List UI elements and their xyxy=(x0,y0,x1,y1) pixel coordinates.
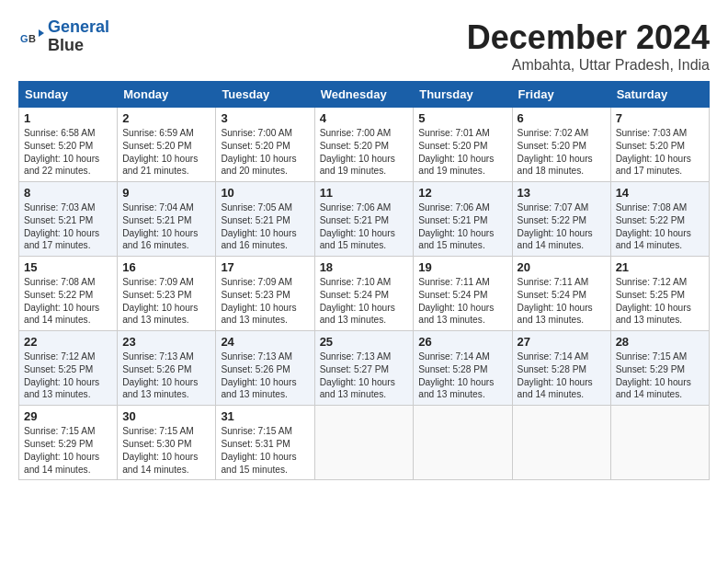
day-number: 3 xyxy=(221,111,309,125)
day-info: Sunrise: 7:09 AMSunset: 5:23 PMDaylight:… xyxy=(122,276,210,327)
day-info: Sunrise: 7:15 AMSunset: 5:30 PMDaylight:… xyxy=(122,425,210,476)
day-number: 4 xyxy=(320,111,409,125)
day-number: 26 xyxy=(418,335,506,349)
day-info: Sunrise: 7:10 AMSunset: 5:24 PMDaylight:… xyxy=(320,276,409,327)
weekday-header-monday: Monday xyxy=(118,82,216,108)
day-info: Sunrise: 7:01 AMSunset: 5:20 PMDaylight:… xyxy=(418,127,506,178)
calendar-cell: 14Sunrise: 7:08 AMSunset: 5:22 PMDayligh… xyxy=(610,182,709,257)
day-number: 17 xyxy=(221,260,309,274)
day-number: 30 xyxy=(122,409,210,423)
calendar-cell: 30Sunrise: 7:15 AMSunset: 5:30 PMDayligh… xyxy=(118,406,216,480)
calendar-cell: 21Sunrise: 7:12 AMSunset: 5:25 PMDayligh… xyxy=(610,257,709,331)
day-info: Sunrise: 7:11 AMSunset: 5:24 PMDaylight:… xyxy=(418,276,506,327)
weekday-header-sunday: Sunday xyxy=(19,82,118,108)
day-info: Sunrise: 7:15 AMSunset: 5:29 PMDaylight:… xyxy=(616,350,704,401)
day-info: Sunrise: 6:58 AMSunset: 5:20 PMDaylight:… xyxy=(24,127,112,178)
day-info: Sunrise: 7:09 AMSunset: 5:23 PMDaylight:… xyxy=(221,276,309,327)
calendar-cell: 2Sunrise: 6:59 AMSunset: 5:20 PMDaylight… xyxy=(118,108,216,182)
day-number: 9 xyxy=(122,186,210,200)
day-info: Sunrise: 7:11 AMSunset: 5:24 PMDaylight:… xyxy=(518,276,606,327)
logo: G B General Blue xyxy=(18,18,109,55)
svg-text:B: B xyxy=(28,33,36,44)
day-number: 29 xyxy=(24,409,112,423)
day-number: 27 xyxy=(518,335,606,349)
svg-text:G: G xyxy=(20,33,28,44)
calendar-week-1: 1Sunrise: 6:58 AMSunset: 5:20 PMDaylight… xyxy=(19,108,710,182)
day-info: Sunrise: 7:13 AMSunset: 5:26 PMDaylight:… xyxy=(221,350,309,401)
calendar-week-2: 8Sunrise: 7:03 AMSunset: 5:21 PMDaylight… xyxy=(19,182,710,257)
calendar-cell: 17Sunrise: 7:09 AMSunset: 5:23 PMDayligh… xyxy=(216,257,314,331)
month-title: December 2024 xyxy=(467,18,710,57)
weekday-header-tuesday: Tuesday xyxy=(216,82,314,108)
calendar-cell: 11Sunrise: 7:06 AMSunset: 5:21 PMDayligh… xyxy=(314,182,414,257)
calendar-cell: 6Sunrise: 7:02 AMSunset: 5:20 PMDaylight… xyxy=(512,108,610,182)
calendar-cell: 24Sunrise: 7:13 AMSunset: 5:26 PMDayligh… xyxy=(216,331,314,406)
day-number: 23 xyxy=(122,335,210,349)
day-info: Sunrise: 7:04 AMSunset: 5:21 PMDaylight:… xyxy=(122,201,210,252)
calendar-cell: 20Sunrise: 7:11 AMSunset: 5:24 PMDayligh… xyxy=(512,257,610,331)
calendar-cell: 12Sunrise: 7:06 AMSunset: 5:21 PMDayligh… xyxy=(414,182,512,257)
calendar-table: SundayMondayTuesdayWednesdayThursdayFrid… xyxy=(18,81,710,480)
day-info: Sunrise: 7:15 AMSunset: 5:29 PMDaylight:… xyxy=(24,425,112,476)
weekday-header-saturday: Saturday xyxy=(610,82,709,108)
calendar-cell: 29Sunrise: 7:15 AMSunset: 5:29 PMDayligh… xyxy=(19,406,118,480)
day-info: Sunrise: 7:08 AMSunset: 5:22 PMDaylight:… xyxy=(24,276,112,327)
day-number: 11 xyxy=(320,186,409,200)
page-header: G B General Blue December 2024 Ambahta, … xyxy=(18,18,710,74)
day-info: Sunrise: 7:00 AMSunset: 5:20 PMDaylight:… xyxy=(320,127,409,178)
day-number: 8 xyxy=(24,186,112,200)
calendar-cell: 19Sunrise: 7:11 AMSunset: 5:24 PMDayligh… xyxy=(414,257,512,331)
calendar-cell: 8Sunrise: 7:03 AMSunset: 5:21 PMDaylight… xyxy=(19,182,118,257)
svg-marker-2 xyxy=(39,29,44,37)
day-number: 2 xyxy=(122,111,210,125)
calendar-cell: 28Sunrise: 7:15 AMSunset: 5:29 PMDayligh… xyxy=(610,331,709,406)
calendar-cell xyxy=(314,406,414,480)
calendar-cell: 4Sunrise: 7:00 AMSunset: 5:20 PMDaylight… xyxy=(314,108,414,182)
day-info: Sunrise: 7:08 AMSunset: 5:22 PMDaylight:… xyxy=(616,201,704,252)
calendar-cell: 13Sunrise: 7:07 AMSunset: 5:22 PMDayligh… xyxy=(512,182,610,257)
logo-icon: G B xyxy=(18,24,44,50)
day-info: Sunrise: 7:03 AMSunset: 5:20 PMDaylight:… xyxy=(616,127,704,178)
day-number: 24 xyxy=(221,335,309,349)
day-number: 10 xyxy=(221,186,309,200)
calendar-cell: 15Sunrise: 7:08 AMSunset: 5:22 PMDayligh… xyxy=(19,257,118,331)
calendar-week-4: 22Sunrise: 7:12 AMSunset: 5:25 PMDayligh… xyxy=(19,331,710,406)
weekday-header-row: SundayMondayTuesdayWednesdayThursdayFrid… xyxy=(19,82,710,108)
calendar-cell: 7Sunrise: 7:03 AMSunset: 5:20 PMDaylight… xyxy=(610,108,709,182)
day-number: 16 xyxy=(122,260,210,274)
calendar-cell: 25Sunrise: 7:13 AMSunset: 5:27 PMDayligh… xyxy=(314,331,414,406)
day-number: 1 xyxy=(24,111,112,125)
day-number: 19 xyxy=(418,260,506,274)
calendar-cell xyxy=(414,406,512,480)
day-info: Sunrise: 7:07 AMSunset: 5:22 PMDaylight:… xyxy=(518,201,606,252)
location-title: Ambahta, Uttar Pradesh, India xyxy=(467,57,710,74)
weekday-header-thursday: Thursday xyxy=(414,82,512,108)
day-number: 12 xyxy=(418,186,506,200)
day-info: Sunrise: 7:06 AMSunset: 5:21 PMDaylight:… xyxy=(418,201,506,252)
day-number: 22 xyxy=(24,335,112,349)
weekday-header-wednesday: Wednesday xyxy=(314,82,414,108)
calendar-cell: 1Sunrise: 6:58 AMSunset: 5:20 PMDaylight… xyxy=(19,108,118,182)
weekday-header-friday: Friday xyxy=(512,82,610,108)
calendar-cell: 10Sunrise: 7:05 AMSunset: 5:21 PMDayligh… xyxy=(216,182,314,257)
day-info: Sunrise: 7:06 AMSunset: 5:21 PMDaylight:… xyxy=(320,201,409,252)
logo-line2: Blue xyxy=(48,37,109,55)
day-number: 14 xyxy=(616,186,704,200)
calendar-cell: 26Sunrise: 7:14 AMSunset: 5:28 PMDayligh… xyxy=(414,331,512,406)
day-number: 5 xyxy=(418,111,506,125)
calendar-cell xyxy=(512,406,610,480)
day-info: Sunrise: 7:14 AMSunset: 5:28 PMDaylight:… xyxy=(518,350,606,401)
day-number: 15 xyxy=(24,260,112,274)
calendar-cell: 18Sunrise: 7:10 AMSunset: 5:24 PMDayligh… xyxy=(314,257,414,331)
calendar-cell: 5Sunrise: 7:01 AMSunset: 5:20 PMDaylight… xyxy=(414,108,512,182)
calendar-cell: 22Sunrise: 7:12 AMSunset: 5:25 PMDayligh… xyxy=(19,331,118,406)
title-area: December 2024 Ambahta, Uttar Pradesh, In… xyxy=(467,18,710,74)
calendar-cell: 27Sunrise: 7:14 AMSunset: 5:28 PMDayligh… xyxy=(512,331,610,406)
day-info: Sunrise: 7:05 AMSunset: 5:21 PMDaylight:… xyxy=(221,201,309,252)
calendar-cell xyxy=(610,406,709,480)
day-info: Sunrise: 7:15 AMSunset: 5:31 PMDaylight:… xyxy=(221,425,309,476)
calendar-body: 1Sunrise: 6:58 AMSunset: 5:20 PMDaylight… xyxy=(19,108,710,480)
calendar-cell: 16Sunrise: 7:09 AMSunset: 5:23 PMDayligh… xyxy=(118,257,216,331)
day-info: Sunrise: 7:00 AMSunset: 5:20 PMDaylight:… xyxy=(221,127,309,178)
calendar-cell: 31Sunrise: 7:15 AMSunset: 5:31 PMDayligh… xyxy=(216,406,314,480)
